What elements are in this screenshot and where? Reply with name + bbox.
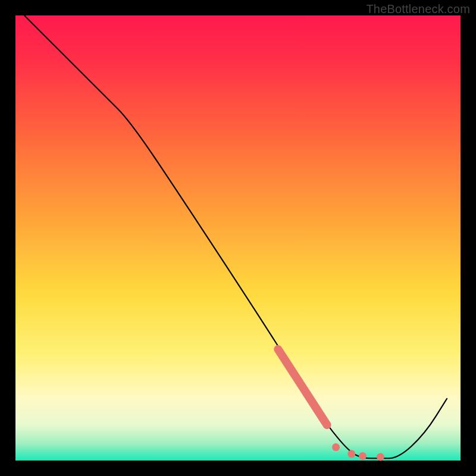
plot-background — [15, 15, 461, 461]
highlight-dot — [359, 452, 367, 460]
chart-frame — [0, 0, 476, 476]
highlight-dot — [332, 443, 340, 451]
chart-svg — [0, 0, 476, 476]
highlight-dot — [377, 453, 384, 461]
watermark-text: TheBottleneck.com — [366, 2, 470, 16]
highlight-dot — [347, 450, 355, 458]
